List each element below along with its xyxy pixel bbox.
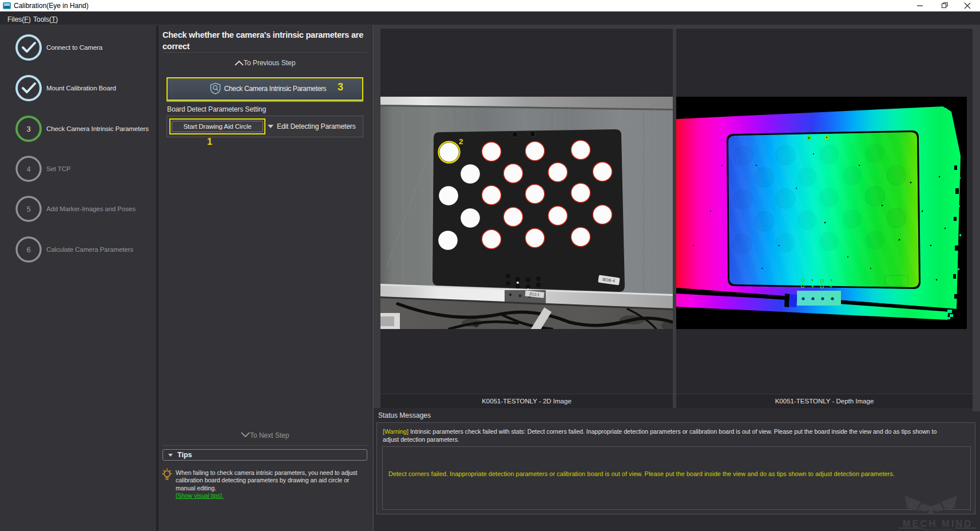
svg-text:Robotics technologies: Robotics technologies [922, 528, 953, 531]
svg-text:5: 5 [26, 205, 30, 213]
svg-text:6: 6 [26, 245, 30, 254]
svg-text:3: 3 [26, 125, 30, 133]
svg-text:4: 4 [26, 165, 30, 173]
svg-text:2: 2 [459, 137, 463, 146]
